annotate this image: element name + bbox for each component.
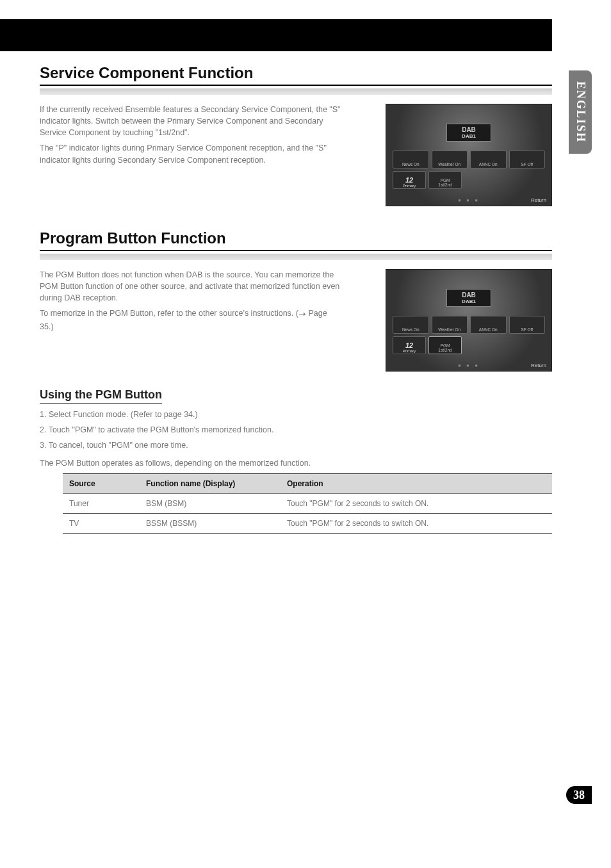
cell-source: TV — [63, 513, 140, 533]
col-function: Function name (Display) — [140, 473, 281, 493]
section-title-service-component: Service Component Function — [40, 64, 552, 86]
preset-button[interactable]: 12 Primary — [393, 171, 426, 189]
page-number: 38 — [566, 786, 592, 804]
annc-button[interactable]: ANNC On — [470, 316, 507, 334]
news-button[interactable]: News On — [393, 151, 429, 168]
col-operation: Operation — [281, 473, 552, 493]
sf-button[interactable]: SF Off — [509, 151, 546, 168]
return-label[interactable]: Return — [531, 363, 546, 368]
sf-button[interactable]: SF Off — [509, 316, 546, 334]
page-content: Service Component Function If the curren… — [40, 64, 552, 534]
language-label: ENGLISH — [574, 81, 587, 143]
language-tab: ENGLISH — [569, 70, 592, 154]
dab-logo: DAB DAB1 — [446, 289, 491, 307]
step-2: 2. Touch "PGM" to activate the PGM Butto… — [40, 424, 526, 436]
table-header-row: Source Function name (Display) Operation — [63, 473, 552, 493]
annc-button[interactable]: ANNC On — [470, 151, 507, 168]
screenshot-btn-row2: 12 Primary PGM 1st/2nd — [393, 336, 462, 354]
cell-function: BSSM (BSSM) — [140, 513, 281, 533]
cell-source: Tuner — [63, 493, 140, 513]
weather-button[interactable]: Weather On — [432, 316, 468, 334]
section1-row: If the currently received Ensemble featu… — [40, 104, 552, 206]
header-bar — [0, 19, 552, 51]
divider — [40, 254, 552, 260]
section-title-program-button: Program Button Function — [40, 229, 552, 251]
page-dots: ● ● ● — [458, 363, 480, 368]
cell-operation: Touch "PGM" for 2 seconds to switch ON. — [281, 513, 552, 533]
pgm-button[interactable]: PGM 1st/2nd — [428, 171, 462, 189]
table-row: Tuner BSM (BSM) Touch "PGM" for 2 second… — [63, 493, 552, 513]
function-table: Source Function name (Display) Operation… — [63, 473, 552, 534]
section1-para-1: If the currently received Ensemble featu… — [40, 104, 341, 138]
screenshot-btn-row: News On Weather On ANNC On SF Off — [393, 151, 545, 168]
table-row: TV BSSM (BSSM) Touch "PGM" for 2 seconds… — [63, 513, 552, 533]
pgm-button-highlighted[interactable]: PGM 1st/2nd — [428, 336, 462, 354]
cell-operation: Touch "PGM" for 2 seconds to switch ON. — [281, 493, 552, 513]
device-screenshot-1: DAB DAB1 News On Weather On ANNC On SF O… — [386, 104, 552, 206]
cell-function: BSM (BSM) — [140, 493, 281, 513]
steps-body: 1. Select Function mode. (Refer to page … — [40, 409, 526, 470]
preset-button[interactable]: 12 Primary — [393, 336, 426, 354]
step-note: The PGM Button operates as follows, depe… — [40, 457, 526, 469]
arrow-icon: ➝ — [298, 309, 306, 319]
sub-heading-using-pgm: Using the PGM Button — [40, 388, 162, 404]
dab-logo: DAB DAB1 — [446, 124, 491, 142]
section2-memo: To memorize in the PGM Button, refer to … — [40, 307, 341, 332]
col-source: Source — [63, 473, 140, 493]
device-screenshot-2: DAB DAB1 News On Weather On ANNC On SF O… — [386, 269, 552, 372]
divider — [40, 88, 552, 95]
return-label[interactable]: Return — [531, 197, 546, 203]
news-button[interactable]: News On — [393, 316, 429, 334]
step-3: 3. To cancel, touch "PGM" one more time. — [40, 439, 526, 451]
section1-para-2: The "P" indicator lights during Primary … — [40, 142, 341, 165]
section1-body: If the currently received Ensemble featu… — [40, 104, 341, 170]
section2-row: The PGM Button does not function when DA… — [40, 269, 552, 372]
step-1: 1. Select Function mode. (Refer to page … — [40, 409, 526, 420]
page-dots: ● ● ● — [458, 197, 480, 203]
screenshot-btn-row2: 12 Primary PGM 1st/2nd — [393, 171, 462, 189]
weather-button[interactable]: Weather On — [432, 151, 468, 168]
section2-para-1: The PGM Button does not function when DA… — [40, 269, 341, 304]
screenshot-btn-row: News On Weather On ANNC On SF Off — [393, 316, 545, 334]
section2-body: The PGM Button does not function when DA… — [40, 269, 341, 336]
